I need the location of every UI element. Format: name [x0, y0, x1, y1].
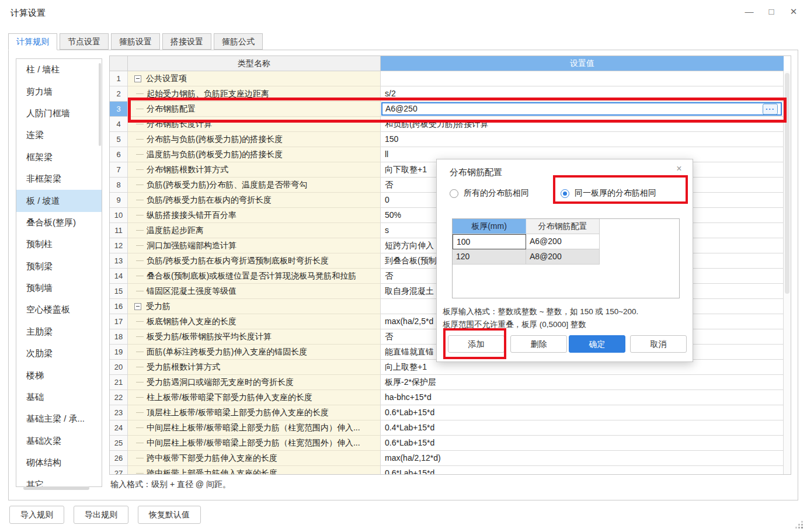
row-number: 10 — [110, 208, 128, 223]
resize-grip-icon[interactable] — [795, 521, 803, 528]
radio-unchecked-icon[interactable] — [450, 189, 458, 198]
table-row[interactable]: 5分布筋与负筋(跨板受力筋)的搭接长度150 — [110, 132, 791, 147]
add-button[interactable]: 添加 — [448, 335, 505, 353]
sidebar-item[interactable]: 连梁 — [16, 124, 102, 146]
table-row[interactable]: 2起始受力钢筋、负筋距支座边距离s/2 — [110, 86, 791, 102]
table-row[interactable]: 21受力筋遇洞口或端部无支座时的弯折长度板厚-2*保护层 — [110, 375, 791, 390]
sidebar-item[interactable]: 预制梁 — [16, 256, 102, 277]
tab-4[interactable]: 箍筋公式 — [214, 33, 263, 50]
sidebar-item[interactable]: 剪力墙 — [16, 81, 102, 102]
row-number: 25 — [110, 436, 128, 451]
tree-branch-icon — [136, 185, 144, 185]
table-row[interactable]: 26跨中板带下部受力筋伸入支座的长度max(ha/2,12*d) — [110, 451, 791, 466]
tree-branch-icon — [136, 276, 144, 276]
sidebar-item[interactable]: 砌体结构 — [16, 452, 102, 474]
tab-3[interactable]: 搭接设置 — [162, 33, 211, 50]
tree-branch-icon — [136, 139, 144, 140]
row-type-name: 跨中板带下部受力筋伸入支座的长度 — [128, 451, 381, 466]
config-cell[interactable]: A6@200 — [526, 234, 600, 249]
setting-value-input[interactable]: A6@250··· — [381, 102, 782, 116]
sidebar-item[interactable]: 基础次梁 — [16, 430, 102, 452]
tree-branch-icon — [136, 382, 144, 383]
table-vertical-scrollbar[interactable] — [783, 71, 791, 474]
tree-branch-icon — [136, 397, 144, 398]
table-row[interactable]: 25中间层柱上板带/板带暗梁上部受力筋（柱宽范围外）伸入...0.6*Lab+1… — [110, 436, 791, 451]
radio-all-same[interactable]: 所有的分布筋相同 — [450, 188, 529, 199]
tab-1[interactable]: 节点设置 — [60, 33, 109, 50]
table-row[interactable]: 27跨中板带上部受力筋伸入支座的长度0.6*Lab+15*d — [110, 466, 791, 475]
sidebar-vertical-scrollbar[interactable] — [99, 63, 101, 146]
row-setting-value: A6@250··· — [381, 102, 784, 117]
table-row[interactable]: 4分布钢筋长度计算和负筋(跨板受力筋)搭接计算 — [110, 117, 791, 132]
tree-branch-icon — [136, 458, 144, 458]
tab-2[interactable]: 箍筋设置 — [111, 33, 160, 50]
config-cell[interactable]: A8@200 — [526, 249, 600, 265]
row-setting-value: 150 — [381, 132, 784, 147]
row-type-name-text: 跨中板带上部受力筋伸入支座的长度 — [147, 468, 277, 475]
row-number: 13 — [110, 253, 128, 269]
table-row[interactable]: 22柱上板带/板带暗梁下部受力筋伸入支座的长度ha-bhc+15*d — [110, 390, 791, 405]
window-title: 计算设置 — [11, 8, 46, 19]
restore-defaults-button[interactable]: 恢复默认值 — [138, 506, 201, 524]
radio-same-thickness[interactable]: 同一板厚的分布筋相同 — [561, 188, 656, 199]
table-row[interactable]: 1公共设置项 — [110, 71, 791, 86]
sidebar-item[interactable]: 柱 / 墙柱 — [16, 59, 102, 81]
thickness-range-hint: 板厚范围不允许重叠，板厚 (0,5000] 整数 — [443, 319, 586, 330]
settings-table-header: 类型名称 设置值 — [110, 56, 791, 71]
dialog-close-icon[interactable]: × — [673, 164, 685, 174]
table-row[interactable]: 24中间层柱上板带/板带暗梁上部受力筋（柱宽范围内）伸入...0.4*Lab+1… — [110, 420, 791, 436]
row-type-name-text: 起始受力钢筋、负筋距支座边距离 — [147, 89, 269, 99]
row-number: 14 — [110, 269, 128, 284]
collapse-icon[interactable] — [134, 303, 141, 310]
sidebar-item[interactable]: 主肋梁 — [16, 321, 102, 343]
radio-checked-icon[interactable] — [561, 189, 569, 198]
tab-0[interactable]: 计算规则 — [8, 33, 57, 50]
collapse-icon[interactable] — [134, 75, 141, 82]
thickness-cell[interactable]: 100 — [453, 234, 526, 249]
tree-branch-icon — [136, 109, 144, 109]
sidebar-item[interactable]: 预制墙 — [16, 277, 102, 299]
thickness-table-row[interactable]: 100A6@200 — [453, 234, 679, 249]
sidebar-item[interactable]: 楼梯 — [16, 364, 102, 386]
thickness-cell[interactable]: 120 — [453, 249, 526, 265]
import-rules-button[interactable]: 导入规则 — [9, 506, 64, 524]
sidebar-item[interactable]: 框架梁 — [16, 147, 102, 168]
sidebar-item[interactable]: 次肋梁 — [16, 343, 102, 364]
minimize-icon[interactable]: — — [743, 5, 756, 19]
sidebar-item[interactable]: 其它 — [16, 474, 102, 487]
sidebar-item[interactable]: 非框架梁 — [16, 168, 102, 190]
tree-branch-icon — [136, 473, 144, 474]
maximize-icon[interactable]: □ — [765, 5, 778, 19]
row-number: 26 — [110, 451, 128, 466]
sidebar-item[interactable]: 基础 — [16, 387, 102, 408]
ok-button[interactable]: 确定 — [569, 335, 625, 353]
input-format-hint: 输入格式：级别 + 直径 @ 间距。 — [110, 479, 231, 490]
sidebar-item[interactable]: 基础主梁 / 承... — [16, 408, 102, 430]
table-row[interactable]: 3分布钢筋配置A6@250··· — [110, 102, 791, 117]
row-type-name-text: 柱上板带/板带暗梁下部受力筋伸入支座的长度 — [147, 392, 312, 403]
row-type-name-text: 分布钢筋根数计算方式 — [147, 165, 228, 175]
tree-branch-icon — [136, 321, 144, 322]
ellipsis-button[interactable]: ··· — [763, 103, 778, 114]
sidebar-item[interactable]: 空心楼盖板 — [16, 299, 102, 321]
delete-button[interactable]: 删除 — [510, 335, 567, 353]
thickness-table-row[interactable]: 120A8@200 — [453, 249, 679, 265]
row-type-name: 面筋(单标注跨板受力筋)伸入支座的锚固长度 — [128, 345, 381, 360]
table-row[interactable]: 23顶层柱上板带/板带暗梁上部受力筋伸入支座的长度0.6*Lab+15*d — [110, 405, 791, 420]
row-type-name-text: 分布钢筋配置 — [147, 104, 196, 114]
row-number: 15 — [110, 284, 128, 299]
tree-branch-icon — [136, 245, 144, 246]
row-setting-value: max(ha/2,12*d) — [381, 451, 784, 466]
export-rules-button[interactable]: 导出规则 — [74, 506, 128, 524]
cancel-button[interactable]: 取消 — [630, 335, 687, 353]
sidebar-item[interactable]: 板 / 坡道 — [16, 190, 102, 211]
sidebar-item[interactable]: 人防门框墙 — [16, 103, 102, 124]
close-icon[interactable]: ✕ — [787, 5, 800, 19]
row-type-name: 受力筋遇洞口或端部无支座时的弯折长度 — [128, 375, 381, 390]
row-type-name-text: 负筋(跨板受力筋)分布筋、温度筋是否带弯勾 — [147, 180, 307, 190]
row-type-name: 温度筋与负筋(跨板受力筋)的搭接长度 — [128, 147, 381, 162]
sidebar-item[interactable]: 预制柱 — [16, 234, 102, 255]
sidebar-item[interactable]: 叠合板(整厚) — [16, 212, 102, 234]
sidebar-horizontal-scrollbar[interactable] — [23, 486, 89, 490]
table-scrollbar-thumb[interactable] — [785, 73, 789, 294]
